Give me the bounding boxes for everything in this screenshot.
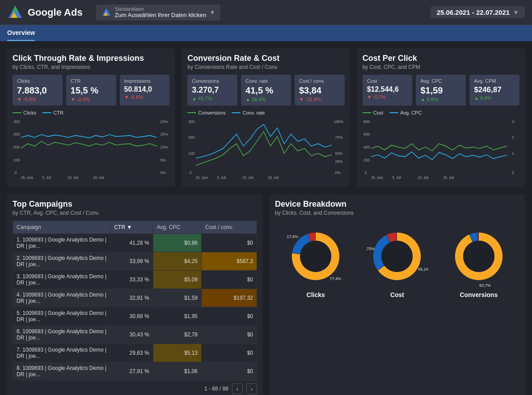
- click-through-subtitle: by Clicks, CTR, and Impressions: [13, 64, 169, 70]
- conv-rate-value: 41,5 %: [245, 85, 287, 96]
- svg-text:25%: 25%: [335, 159, 343, 164]
- campaign-name-cell: 7. 1009693 | Google Analytics Demo | DR …: [13, 344, 110, 362]
- cost-conv-cell: $0: [202, 344, 257, 362]
- col-cost-conv: Cost / conv.: [202, 221, 257, 234]
- campaign-name-cell: 3. 1009693 | Google Analytics Demo | DR …: [13, 271, 110, 289]
- device-subtitle: by Clicks, Cost, and Conversions: [275, 210, 519, 216]
- svg-text:25. Juni: 25. Juni: [21, 175, 33, 180]
- svg-text:0: 0: [190, 170, 192, 175]
- svg-text:0: 0: [364, 170, 367, 175]
- table-row: 3. 1009693 | Google Analytics Demo | DR …: [13, 271, 257, 289]
- avg-cpm-change: ▲ 6.4%: [474, 95, 515, 101]
- col-campaign: Campaign: [13, 221, 110, 234]
- campaign-name-cell: 2. 1009693 | Google Analytics Demo | DR …: [13, 252, 110, 271]
- svg-text:100%: 100%: [334, 119, 344, 124]
- svg-text:5. Juli: 5. Juli: [392, 175, 401, 180]
- svg-text:400: 400: [363, 145, 370, 150]
- click-through-chart: Clicks CTR 400 300 200 100 0 20% 15% 10%…: [13, 110, 169, 182]
- tab-overview[interactable]: Overview: [7, 25, 35, 41]
- main-content: Click Through Rate & Impressions by Clic…: [0, 41, 532, 395]
- svg-text:15%: 15%: [160, 132, 168, 136]
- campaigns-subtitle: by CTR, Avg. CPC, and Cost / Conv.: [13, 210, 257, 216]
- svg-text:800: 800: [363, 119, 370, 124]
- conv-rate-change: ▲ 56.4%: [245, 97, 287, 102]
- impressions-change: ▼ -6.6%: [124, 94, 165, 100]
- svg-text:200: 200: [188, 135, 194, 140]
- svg-text:50%: 50%: [335, 151, 343, 156]
- svg-text:5%: 5%: [160, 158, 165, 163]
- cost-change: ▼ -0.7%: [367, 94, 408, 100]
- avg-cpc-cell: $5,13: [153, 344, 201, 362]
- avg-cpc-value: $1,59: [420, 85, 461, 96]
- svg-text:20. Juli: 20. Juli: [268, 175, 279, 180]
- donut-item: 93,7%Conversions: [448, 225, 510, 298]
- avg-cpc-card: Avg. CPC $1,59 ▲ 6.6%: [416, 75, 466, 106]
- svg-text:20. Juli: 20. Juli: [93, 175, 104, 180]
- svg-text:15. Juli: 15. Juli: [68, 175, 78, 180]
- pagination-info: 1 - 88 / 88: [204, 386, 228, 392]
- chart-legend-conv: Conversions Conv. rate: [187, 110, 344, 115]
- device-title: Device Breakdown: [275, 200, 519, 209]
- donut-charts-container: 77,4%17,6%Clicks65,1%27,75%Cost93,7%Conv…: [275, 225, 519, 298]
- cost-conv-value: $3,84: [299, 85, 340, 96]
- click-through-section: Click Through Rate & Impressions by Clic…: [7, 48, 175, 187]
- table-row: 8. 1009693 | Google Analytics Demo | DR …: [13, 362, 257, 381]
- cost-conv-cell: $0: [202, 326, 257, 344]
- avg-cpc-cell: $5,09: [153, 271, 201, 289]
- conversions-change: ▲ 45.7%: [192, 96, 233, 101]
- donut-item: 65,1%27,75%Cost: [366, 225, 428, 298]
- date-range-selector[interactable]: 25.06.2021 - 22.07.2021 ▼: [431, 6, 525, 18]
- avg-cpm-label: Avg. CPM: [474, 78, 515, 84]
- svg-text:77,4%: 77,4%: [330, 276, 342, 281]
- clicks-card: Clicks 7.883,0 ▼ -6.8%: [13, 75, 63, 106]
- svg-text:5. Juli: 5. Juli: [42, 175, 51, 180]
- svg-text:20%: 20%: [160, 119, 168, 124]
- avg-cpc-label: Avg. CPC: [420, 78, 461, 84]
- avg-cpm-card: Avg. CPM $246,87 ▲ 6.4%: [469, 75, 519, 106]
- table-row: 7. 1009693 | Google Analytics Demo | DR …: [13, 344, 257, 362]
- data-source-icon: [101, 8, 111, 17]
- avg-cpc-cell: $1,95: [153, 307, 201, 326]
- ctr-cell: 32,91 %: [110, 289, 153, 307]
- svg-text:20. Juli: 20. Juli: [443, 175, 454, 180]
- clicks-label: Clicks: [17, 78, 58, 84]
- svg-text:10%: 10%: [160, 145, 168, 150]
- data-source-label: Standarddaten: [115, 7, 206, 12]
- ctr-cell: 41,28 %: [110, 234, 153, 252]
- table-row: 5. 1009693 | Google Analytics Demo | DR …: [13, 307, 257, 326]
- svg-text:27,75%: 27,75%: [366, 246, 375, 251]
- svg-text:93,7%: 93,7%: [479, 283, 491, 288]
- data-source-selector[interactable]: Standarddaten Zum Auswählen Ihrer Daten …: [96, 4, 220, 21]
- cpc-title: Cost Per Click: [363, 54, 519, 63]
- avg-cpc-cell: $1,59: [153, 289, 201, 307]
- donut-label: Clicks: [307, 291, 325, 298]
- svg-point-72: [463, 241, 494, 272]
- metrics-row: Click Through Rate & Impressions by Clic…: [7, 48, 525, 187]
- conversion-section: Conversion Rate & Cost by Conversions Ra…: [182, 48, 350, 187]
- cost-per-click-section: Cost Per Click by Cost, CPC, and CPM Cos…: [357, 48, 525, 187]
- google-ads-logo-icon: [7, 4, 23, 21]
- bottom-row: Top Campaigns by CTR, Avg. CPC, and Cost…: [7, 194, 525, 395]
- logo-area: Google Ads: [7, 4, 83, 21]
- conversion-chart: Conversions Conv. rate 300 200 100 0 100…: [187, 110, 344, 182]
- svg-point-70: [381, 241, 413, 272]
- cost-conv-card: Cost / conv. $3,84 ▼ -31.8%: [295, 75, 345, 106]
- conversions-card: Conversions 3.270,7 ▲ 45.7%: [187, 75, 237, 106]
- cost-conv-cell: $0: [202, 234, 257, 252]
- click-through-title: Click Through Rate & Impressions: [13, 54, 169, 63]
- pagination-next-button[interactable]: ›: [246, 383, 257, 394]
- campaign-name-cell: 1. 1009693 | Google Analytics Demo | DR …: [13, 234, 110, 252]
- top-campaigns-section: Top Campaigns by CTR, Avg. CPC, and Cost…: [7, 194, 262, 395]
- conversions-label: Conversions: [192, 78, 233, 84]
- svg-text:300: 300: [13, 132, 20, 136]
- svg-text:0: 0: [512, 170, 514, 175]
- svg-point-67: [300, 241, 331, 272]
- donut-label: Conversions: [460, 291, 498, 298]
- cpc-chart: Cost Avg. CPC 800 600 400 200 0 3 2 1 0: [363, 110, 519, 182]
- svg-marker-2: [12, 6, 19, 12]
- svg-text:15. Juli: 15. Juli: [418, 175, 428, 180]
- svg-text:2: 2: [512, 135, 514, 140]
- pagination-prev-button[interactable]: ‹: [232, 383, 243, 394]
- col-ctr[interactable]: CTR ▼: [110, 221, 153, 234]
- avg-cpc-cell: $2,78: [153, 326, 201, 344]
